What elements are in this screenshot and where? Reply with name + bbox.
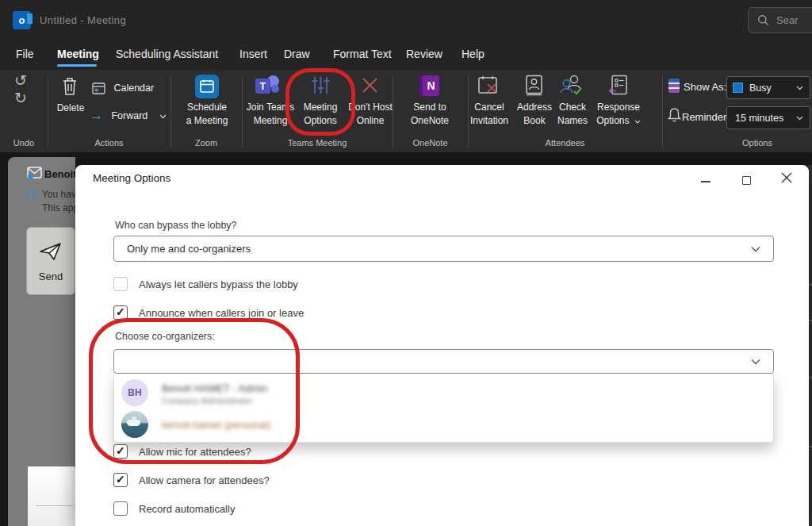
suggestion-name: benoit.hamet (personal) xyxy=(162,419,270,431)
compose-info-line-1: You hav xyxy=(42,189,76,200)
forward-button[interactable]: → Forward xyxy=(90,108,167,124)
search-box[interactable] xyxy=(748,7,812,33)
reminder-label: Reminder: xyxy=(682,111,730,123)
checkbox-allow-mic[interactable] xyxy=(113,444,128,459)
checkbox-always-bypass[interactable] xyxy=(113,277,128,291)
send-onenote-label-2: OneNote xyxy=(400,114,460,128)
checkbox-record-automatically-label: Record automatically xyxy=(139,503,235,515)
outlook-meeting-window: o Untitled - Meeting File Meeting Schedu… xyxy=(0,0,812,526)
calendar-button[interactable]: Calendar xyxy=(92,80,154,94)
join-teams-meeting-button[interactable]: T xyxy=(255,75,282,98)
tab-format-text[interactable]: Format Text xyxy=(333,48,392,60)
reminder-dropdown[interactable]: 15 minutes xyxy=(726,106,810,129)
dont-host-label-1: Don't Host xyxy=(339,101,401,114)
meeting-options-button[interactable] xyxy=(310,75,331,96)
checkbox-announce-label: Announce when callers join or leave xyxy=(139,307,304,319)
tab-meeting[interactable]: Meeting xyxy=(57,48,99,60)
bell-icon xyxy=(668,107,681,122)
chevron-down-icon xyxy=(751,246,760,252)
coorganizers-input[interactable] xyxy=(113,349,774,374)
cancel-invitation-icon xyxy=(477,75,500,96)
show-as-dropdown[interactable]: Busy xyxy=(726,76,810,99)
schedule-a-meeting-button[interactable] xyxy=(195,75,219,98)
reminder-value: 15 minutes xyxy=(735,113,783,124)
schedule-button-label-2: a Meeting xyxy=(175,114,239,128)
dont-host-label-2: Online xyxy=(339,114,401,128)
ribbon: ↺ ↻ Undo Delete Calendar → Forward Actio… xyxy=(0,70,812,152)
sliders-icon xyxy=(310,75,331,96)
group-label-undo: Undo xyxy=(0,138,48,148)
avatar-initials: BH xyxy=(121,379,148,406)
group-label-actions: Actions xyxy=(48,138,170,148)
forward-button-label: Forward xyxy=(111,110,147,121)
compose-body-rule xyxy=(36,505,74,506)
redo-button[interactable]: ↻ xyxy=(14,90,27,106)
tab-review[interactable]: Review xyxy=(406,48,442,60)
info-icon: i xyxy=(26,189,38,201)
tab-scheduling-assistant[interactable]: Scheduling Assistant xyxy=(116,48,218,60)
red-x-icon xyxy=(361,76,379,94)
checkbox-record-automatically[interactable] xyxy=(113,501,128,516)
schedule-button-label-1: Schedule xyxy=(175,101,239,114)
envelope-icon xyxy=(27,167,42,179)
minimize-button[interactable] xyxy=(701,181,710,182)
response-options-label-2: Options xyxy=(588,114,649,128)
suggestion-name: Benoit HAMET - Admin xyxy=(162,382,267,394)
chevron-down-icon xyxy=(159,114,167,119)
tab-draw[interactable]: Draw xyxy=(284,48,310,60)
calendar-button-label: Calendar xyxy=(113,83,154,94)
checkbox-allow-camera-label: Allow camera for attendees? xyxy=(139,474,270,486)
active-tab-indicator xyxy=(57,64,97,67)
outlook-logo-icon: o xyxy=(13,11,31,29)
delete-button-label: Delete xyxy=(46,102,95,115)
coorganizers-label: Choose co-organizers: xyxy=(115,331,215,342)
tab-insert[interactable]: Insert xyxy=(239,48,267,60)
check-names-button[interactable] xyxy=(560,74,584,96)
check-names-icon xyxy=(560,74,584,96)
group-label-onenote: OneNote xyxy=(393,138,468,148)
close-button[interactable] xyxy=(780,171,793,184)
compose-body-edge xyxy=(28,466,75,526)
dialog-title: Meeting Options xyxy=(93,172,170,184)
search-icon xyxy=(757,14,769,26)
dont-host-online-button[interactable] xyxy=(361,76,379,94)
checkbox-allow-mic-label: Allow mic for attendees? xyxy=(139,446,251,458)
checkbox-always-bypass-label: Always let callers bypass the lobby xyxy=(139,278,298,290)
cancel-invitation-button[interactable] xyxy=(477,75,500,96)
send-button[interactable]: Send xyxy=(26,227,75,295)
send-to-onenote-button[interactable]: N xyxy=(419,75,439,96)
busy-status-swatch xyxy=(733,83,743,93)
search-input[interactable] xyxy=(776,14,811,26)
address-book-button[interactable] xyxy=(525,75,543,96)
boat-photo-shape xyxy=(127,420,140,426)
chevron-down-icon xyxy=(796,86,803,90)
response-options-label-1: Response xyxy=(588,101,649,114)
lobby-bypass-dropdown[interactable]: Only me and co-organizers xyxy=(113,236,774,262)
onenote-icon: N xyxy=(419,75,439,96)
group-divider xyxy=(170,76,171,148)
ribbon-tab-bar: File Meeting Scheduling Assistant Insert… xyxy=(0,40,812,70)
maximize-button[interactable] xyxy=(742,176,751,185)
show-as-label: Show As: xyxy=(684,81,726,93)
tab-help[interactable]: Help xyxy=(462,48,485,60)
checkbox-announce[interactable] xyxy=(113,305,128,320)
send-onenote-label-1: Send to xyxy=(400,101,460,114)
title-bar: o Untitled - Meeting xyxy=(0,0,812,40)
avatar-photo xyxy=(121,411,148,438)
calendar-icon xyxy=(92,82,105,94)
response-options-button[interactable] xyxy=(608,75,628,96)
address-book-icon xyxy=(525,75,543,96)
delete-button[interactable] xyxy=(60,76,79,97)
checkbox-allow-camera[interactable] xyxy=(113,473,128,487)
paper-plane-icon xyxy=(38,240,63,263)
trash-icon xyxy=(60,76,79,97)
group-divider xyxy=(662,76,663,148)
chevron-down-icon xyxy=(796,116,803,121)
tab-file[interactable]: File xyxy=(16,48,34,60)
undo-button[interactable]: ↺ xyxy=(14,73,27,89)
coorganizers-suggestion-list: BH Benoit HAMET - Admin Company Administ… xyxy=(113,374,774,443)
chevron-down-icon xyxy=(751,359,760,365)
lobby-question-label: Who can bypass the lobby? xyxy=(115,220,237,231)
group-label-attendees: Attendees xyxy=(468,138,662,148)
window-title: Untitled - Meeting xyxy=(40,14,126,26)
